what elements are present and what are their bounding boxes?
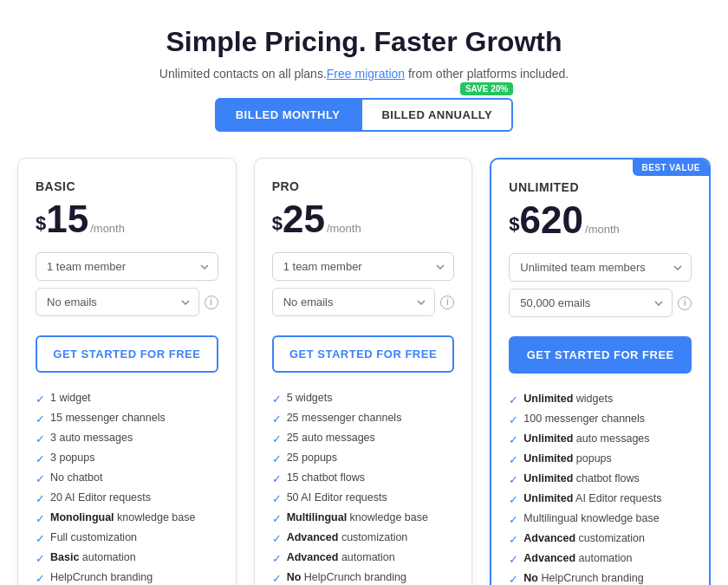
check-icon: ✓ — [36, 492, 45, 505]
check-icon: ✓ — [509, 573, 518, 585]
check-icon: ✓ — [272, 432, 282, 445]
check-icon: ✓ — [509, 513, 518, 526]
feature-item: ✓ Multilingual knowledge base — [272, 511, 455, 525]
page-title: Simple Pricing. Faster Growth — [17, 26, 711, 58]
email-info-icon[interactable]: i — [440, 296, 454, 309]
cta-button[interactable]: GET STARTED FOR FREE — [36, 335, 218, 373]
feature-item: ✓ No chatbot — [36, 471, 218, 485]
page-subtitle: Unlimited contacts on all plans.Free mig… — [17, 67, 711, 81]
feature-text: No chatbot — [50, 471, 102, 484]
check-icon: ✓ — [36, 472, 45, 485]
feature-item: ✓ Multilingual knowledge base — [509, 512, 692, 526]
best-value-badge: BEST VALUE — [633, 159, 709, 176]
feature-item: ✓ Advanced customization — [272, 531, 455, 545]
feature-item: ✓ Monolingual knowledge base — [36, 511, 218, 525]
plan-price: $ 15 /month — [36, 200, 218, 238]
feature-item: ✓ Unlimited widgets — [509, 393, 692, 406]
feature-item: ✓ 25 auto messages — [272, 432, 455, 445]
feature-item: ✓ Unlimited auto messages — [509, 432, 692, 446]
feature-text: No HelpCrunch branding — [523, 572, 643, 584]
price-period: /month — [327, 222, 361, 235]
feature-text: Unlimited chatbot flows — [523, 472, 639, 484]
feature-item: ✓ No HelpCrunch branding — [272, 571, 455, 585]
features-list: ✓ Unlimited widgets ✓ 100 messenger chan… — [509, 393, 692, 585]
team-member-select[interactable]: Unlimited team members — [509, 253, 692, 282]
feature-item: ✓ Advanced automation — [272, 551, 455, 565]
feature-text: HelpCrunch branding — [50, 571, 153, 583]
feature-item: ✓ Advanced automation — [509, 552, 692, 566]
price-dollar: $ — [272, 212, 283, 235]
feature-item: ✓ 25 popups — [272, 452, 455, 465]
feature-item: ✓ HelpCrunch branding — [36, 571, 218, 585]
save-badge: SAVE 20% — [460, 82, 513, 95]
feature-text: Unlimited widgets — [523, 393, 613, 405]
email-info-icon[interactable]: i — [678, 296, 692, 310]
email-row: No emails5,000 emails10,000 emails i — [272, 288, 455, 316]
feature-text: 25 messenger channels — [287, 412, 402, 424]
feature-item: ✓ No HelpCrunch branding — [509, 572, 692, 585]
email-select[interactable]: No emails5,000 emails10,000 emails — [36, 288, 199, 316]
feature-item: ✓ Unlimited AI Editor requests — [509, 492, 692, 506]
page-header: Simple Pricing. Faster Growth Unlimited … — [17, 26, 711, 81]
feature-text: Monolingual knowledge base — [50, 511, 195, 523]
feature-text: Full customization — [50, 531, 137, 543]
check-icon: ✓ — [272, 393, 282, 406]
check-icon: ✓ — [272, 472, 282, 485]
check-icon: ✓ — [36, 512, 45, 525]
check-icon: ✓ — [272, 572, 282, 585]
feature-text: Multilingual knowledge base — [287, 511, 428, 523]
billing-annually-button[interactable]: BILLED ANNUALLY — [361, 98, 513, 132]
check-icon: ✓ — [509, 393, 518, 406]
check-icon: ✓ — [509, 413, 518, 426]
feature-text: 5 widgets — [287, 392, 333, 404]
feature-text: Unlimited popups — [523, 452, 611, 465]
feature-text: 50 AI Editor requests — [287, 491, 387, 504]
feature-item: ✓ 1 widget — [36, 392, 218, 406]
check-icon: ✓ — [509, 473, 518, 486]
price-period: /month — [585, 223, 620, 236]
price-period: /month — [90, 222, 125, 235]
check-icon: ✓ — [36, 532, 45, 545]
feature-text: 25 popups — [287, 452, 337, 464]
email-select[interactable]: No emails5,000 emails10,000 emails — [272, 288, 436, 316]
feature-text: Basic automation — [50, 551, 136, 563]
features-list: ✓ 5 widgets ✓ 25 messenger channels ✓ 25… — [272, 392, 455, 585]
cta-button[interactable]: GET STARTED FOR FREE — [272, 335, 455, 373]
plan-card-pro: PRO $ 25 /month 1 team member2 team memb… — [254, 158, 473, 585]
price-amount: 620 — [520, 201, 583, 239]
check-icon: ✓ — [272, 492, 282, 505]
free-migration-link[interactable]: Free migration — [327, 67, 405, 81]
plan-price: $ 25 /month — [272, 200, 455, 238]
check-icon: ✓ — [36, 393, 45, 406]
check-icon: ✓ — [509, 453, 518, 466]
email-select[interactable]: 50,000 emails100,000 emails — [509, 289, 673, 317]
check-icon: ✓ — [272, 532, 282, 545]
check-icon: ✓ — [272, 413, 282, 426]
team-member-select[interactable]: 1 team member2 team members5 team member… — [36, 252, 218, 281]
team-member-row: 1 team member2 team members5 team member… — [272, 252, 455, 281]
check-icon: ✓ — [272, 552, 282, 565]
cta-button[interactable]: GET STARTED FOR FREE — [509, 336, 692, 374]
team-member-select[interactable]: 1 team member2 team members5 team member… — [272, 252, 455, 281]
price-amount: 15 — [46, 200, 88, 238]
feature-item: ✓ 15 messenger channels — [36, 412, 218, 426]
feature-text: 100 messenger channels — [523, 413, 645, 425]
feature-item: ✓ Advanced customization — [509, 532, 692, 546]
feature-text: 3 auto messages — [50, 432, 133, 444]
feature-text: Advanced customization — [523, 532, 645, 544]
check-icon: ✓ — [509, 533, 518, 546]
feature-text: Advanced automation — [523, 552, 632, 564]
feature-text: Multilingual knowledge base — [523, 512, 659, 524]
feature-item: ✓ 50 AI Editor requests — [272, 491, 455, 505]
feature-item: ✓ 100 messenger channels — [509, 413, 692, 426]
check-icon: ✓ — [509, 553, 518, 566]
check-icon: ✓ — [272, 512, 282, 525]
plan-name: UNLIMITED — [509, 180, 692, 194]
feature-item: ✓ Basic automation — [36, 551, 218, 565]
email-info-icon[interactable]: i — [205, 296, 218, 309]
billing-monthly-button[interactable]: BILLED MONTHLY — [215, 98, 361, 132]
feature-text: Unlimited auto messages — [523, 432, 649, 445]
team-member-row: 1 team member2 team members5 team member… — [36, 252, 218, 281]
feature-item: ✓ 3 popups — [36, 452, 218, 465]
check-icon: ✓ — [509, 433, 518, 446]
